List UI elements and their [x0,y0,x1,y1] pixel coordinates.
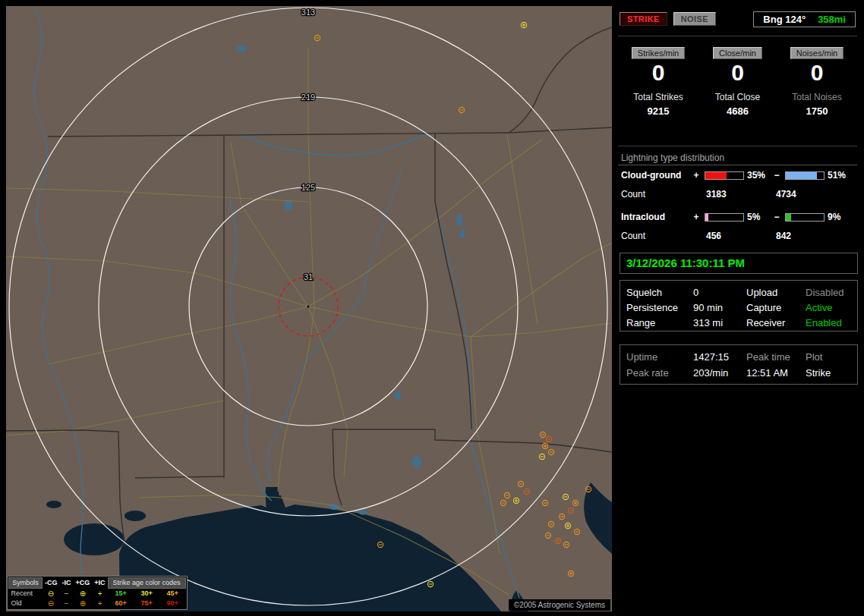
legend-old-label: Old [9,599,43,608]
plot-value: Strike [806,365,860,381]
plus-sign: + [691,212,702,222]
mode-toolbar: STRIKE NOISE Bng 124° 358mi [620,10,856,28]
ic-minus-bar-fill [786,214,791,221]
plus-sign: + [691,170,702,181]
distance-value: 358mi [818,14,846,25]
counter-noises: Noises/min 0 Total Noises 1750 [778,46,856,117]
ic-plus-bar [705,213,744,222]
age-code: 45+ [159,589,185,599]
status-value: 90 min [693,300,746,316]
neg-ic-old-icon: − [60,599,74,608]
cg-minus-percent: 51% [828,170,852,181]
copyright-credit: ©2005 Astrogenic Systems [509,599,610,611]
svg-text:31: 31 [304,272,313,281]
strike-mode-button[interactable]: STRIKE [620,12,667,26]
cg-minus-bar [785,171,825,180]
cloud-ground-count-row: Count 3183 4734 [621,189,856,200]
cg-minus-bar-fill [786,172,817,179]
ic-plus-percent: 5% [747,212,771,222]
intracloud-label: Intracloud [621,212,691,222]
status-value: 313 mi [693,316,746,331]
strikes-per-min-chip: Strikes/min [632,47,685,59]
ic-minus-percent: 9% [828,212,852,222]
ic-minus-count: 842 [776,231,791,241]
peak-rate-label: Peak rate [626,365,693,381]
legend-age-header: Strike age color codes [108,578,185,589]
separator [618,36,857,36]
status-label: Persistence [626,300,693,316]
plot-label: Plot [806,349,860,365]
status-panel: Squelch 0 Upload Disabled Persistence 90… [620,280,858,332]
peak-time-label: Peak time [746,349,806,365]
total-noises-label: Total Noises [778,92,856,102]
age-code: 90+ [159,599,185,608]
legend-col-pos-ic: +IC [92,578,108,589]
total-close-label: Total Close [699,92,777,102]
age-code: 30+ [134,589,159,599]
distribution-title: Lightning type distribution [621,152,724,163]
status-value: 0 [693,285,746,300]
ic-minus-bar [785,213,825,222]
cg-plus-percent: 35% [747,170,771,181]
sidebar: STRIKE NOISE Bng 124° 358mi Strikes/min … [612,0,864,616]
pos-ic-old-icon: + [92,599,108,608]
cg-plus-bar-fill [705,172,727,179]
age-code: 60+ [108,599,134,608]
count-label: Count [621,189,706,200]
legend-col-neg-cg: -CG [43,578,60,589]
pos-ic-recent-icon: + [92,589,108,599]
stats-row: Uptime 1427:15 Peak time Plot [626,349,857,365]
noises-per-min-chip: Noises/min [790,47,844,59]
status-label: Receiver [746,316,806,331]
close-per-min-value: 0 [699,61,777,85]
svg-text:313: 313 [301,8,315,17]
cloud-ground-row: Cloud-ground + 35% − 51% [621,170,856,181]
minus-sign: − [771,212,782,222]
total-close-value: 4686 [699,105,777,117]
cg-plus-count: 3183 [706,189,776,200]
total-strikes-label: Total Strikes [620,92,697,102]
legend-symbols-header: Symbols [9,578,43,589]
status-value: Disabled [806,285,860,300]
noises-per-min-value: 0 [778,61,856,85]
map-canvas[interactable]: 31321912531 [6,6,612,611]
ic-plus-bar-fill [705,214,708,221]
svg-text:125: 125 [301,183,315,192]
separator [618,146,857,146]
ic-plus-count: 456 [706,231,776,241]
total-strikes-value: 9215 [620,105,697,117]
status-value: Enabled [806,316,860,331]
cg-plus-bar [705,171,744,180]
bearing-value: Bng 124° [763,14,806,25]
bearing-display: Bng 124° 358mi [753,11,856,27]
stats-row: Peak rate 203/min 12:51 AM Strike [626,365,857,381]
legend-recent-label: Recent [9,589,43,599]
neg-cg-old-icon: ⊖ [43,599,60,608]
clock-display: 3/12/2026 11:30:11 PM [620,253,858,274]
total-noises-value: 1750 [778,105,856,117]
counter-close: Close/min 0 Total Close 4686 [699,46,777,117]
status-row: Persistence 90 min Capture Active [626,300,857,316]
minus-sign: − [771,170,782,181]
status-label: Capture [746,300,806,316]
stats-panel: Uptime 1427:15 Peak time Plot Peak rate … [620,344,858,385]
noise-mode-button[interactable]: NOISE [673,12,716,26]
counter-strikes: Strikes/min 0 Total Strikes 9215 [620,46,697,117]
close-per-min-chip: Close/min [713,47,762,59]
app-window: 31321912531 Symbols -CG -IC +CG +IC Stri… [0,0,864,616]
intracloud-count-row: Count 456 842 [621,231,856,241]
status-label: Squelch [626,285,693,300]
map-panel: 31321912531 Symbols -CG -IC +CG +IC Stri… [6,6,612,611]
status-value: Active [806,300,860,316]
cloud-ground-label: Cloud-ground [621,170,691,181]
peak-rate-value: 203/min [693,365,746,381]
map-legend: Symbols -CG -IC +CG +IC Strike age color… [7,576,188,610]
legend-col-pos-cg: +CG [74,578,93,589]
neg-cg-recent-icon: ⊖ [43,589,60,599]
neg-ic-recent-icon: − [60,589,74,599]
receiver-location-dot [307,305,309,307]
cg-minus-count: 4734 [776,189,796,200]
intracloud-row: Intracloud + 5% − 9% [621,212,856,222]
status-row: Range 313 mi Receiver Enabled [626,316,857,331]
status-row: Squelch 0 Upload Disabled [626,285,857,300]
